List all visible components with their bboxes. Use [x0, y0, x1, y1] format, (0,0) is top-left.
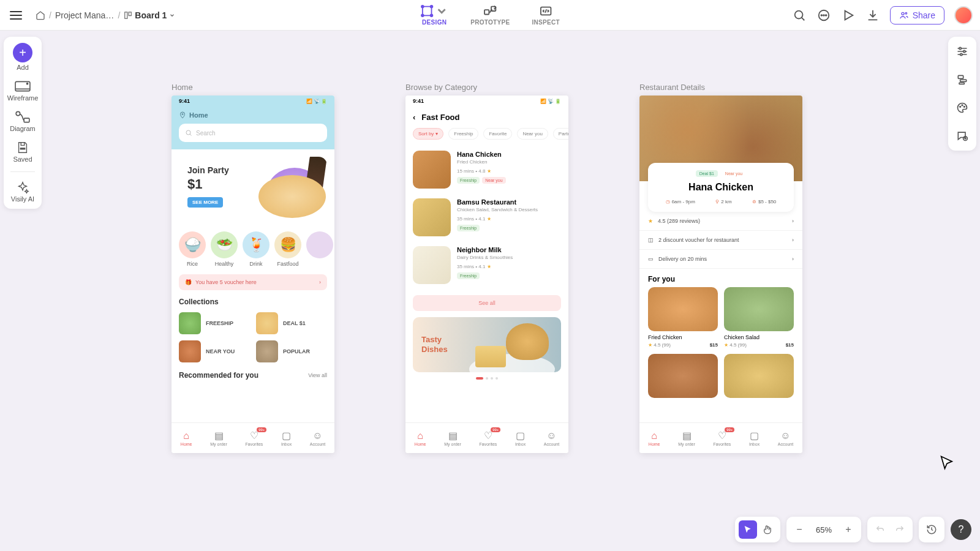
layers-button[interactable]	[955, 72, 970, 87]
pointer-icon	[743, 525, 753, 534]
category-fastfood: 🍔Fastfood	[274, 231, 301, 267]
status-bar: 9:41📶 📡 🔋	[172, 96, 334, 107]
comments-button[interactable]	[816, 8, 831, 23]
sort-label: Sort by	[418, 131, 434, 137]
home-header: Home Search	[172, 107, 334, 149]
promo-cta: SEE MORE	[187, 197, 223, 208]
restaurant-card: Deal $1Near you Hana Chicken ◷6am - 9pm …	[648, 163, 794, 212]
pin-icon	[179, 111, 186, 119]
svg-point-28	[960, 107, 961, 108]
zoom-in-button[interactable]: +	[839, 520, 858, 539]
coll-label: DEAL $1	[283, 320, 306, 326]
breadcrumb-project[interactable]: Project Mana…	[55, 10, 114, 20]
user-icon: ☺	[546, 430, 556, 441]
diagram-tool[interactable]: Diagram	[10, 110, 36, 132]
view-all-link: View all	[308, 372, 327, 378]
for-you-title: For you	[639, 269, 802, 287]
svg-rect-20	[24, 118, 29, 122]
pin-icon: ⚲	[715, 199, 719, 204]
nav-favorites: ♡99+Favorites	[246, 430, 263, 446]
wireframe-tool[interactable]: Wireframe	[7, 80, 39, 102]
zoom-value[interactable]: 65%	[810, 525, 838, 534]
dot	[496, 377, 498, 380]
rating: 4.5	[654, 342, 660, 348]
saved-tool[interactable]: Saved	[13, 141, 32, 163]
redo-button[interactable]	[891, 520, 909, 539]
restaurant-meta: 35 mins • 4.1	[457, 216, 485, 222]
nav-account: ☺Account	[778, 430, 793, 446]
restaurant-item: Hana ChickenFried Chicken15 mins • 4.8 ★…	[405, 146, 568, 193]
pagination-dots	[405, 377, 568, 380]
chevron-right-icon: ›	[792, 218, 794, 224]
rating: 4.5	[729, 342, 736, 348]
nav-label: Favorites	[246, 442, 263, 446]
tab-design[interactable]: DESIGN	[420, 4, 448, 26]
breadcrumb-board-dropdown[interactable]: Board 1	[124, 10, 175, 20]
frame-label: Restaurant Details	[639, 83, 802, 92]
tab-design-label: DESIGN	[422, 19, 447, 26]
frame-browse[interactable]: Browse by Category 9:41📶 📡 🔋 ‹Fast Food …	[405, 83, 568, 453]
promo-banner: TastyDishes	[413, 317, 561, 372]
dish-grid: Fried Chicken★ 4.5 (99)$15 Chicken Salad…	[639, 287, 802, 398]
add-tool[interactable]: +Add	[13, 43, 32, 71]
share-label: Share	[913, 10, 935, 20]
pointer-tool[interactable]	[739, 520, 757, 539]
dish-name: Chicken Salad	[724, 334, 794, 340]
undo-button[interactable]	[871, 520, 889, 539]
sliders-button[interactable]	[955, 44, 970, 59]
order-icon: ▤	[448, 430, 458, 441]
hours-text: 6am - 9pm	[672, 199, 695, 204]
frame-home[interactable]: Home 9:41📶 📡 🔋 Home Search Join Party $1…	[172, 83, 334, 453]
nav-label: Inbox	[749, 442, 760, 446]
download-button[interactable]	[865, 8, 880, 23]
svg-point-4	[431, 6, 433, 8]
diagram-icon	[15, 110, 31, 124]
svg-point-33	[186, 130, 190, 135]
promo-price: $1	[187, 176, 260, 192]
zoom-out-button[interactable]: −	[790, 520, 809, 539]
svg-point-6	[431, 15, 433, 17]
hand-tool[interactable]	[758, 520, 777, 539]
help-button[interactable]: ?	[951, 519, 971, 540]
category-drink: 🍹Drink	[243, 231, 270, 267]
svg-point-19	[16, 111, 20, 116]
count: (99)	[662, 342, 671, 348]
location-label: Home	[189, 111, 208, 119]
page-title: Fast Food	[421, 113, 459, 122]
tab-prototype[interactable]: PROTOTYPE	[470, 4, 510, 26]
search-button[interactable]	[792, 8, 807, 23]
nav-account: ☺Account	[544, 430, 559, 446]
hand-icon	[763, 525, 772, 534]
zoom-group: − 65% +	[786, 517, 861, 542]
chevron-down-icon: ▾	[435, 131, 438, 137]
chat-icon: ▢	[750, 430, 759, 441]
dish-img	[724, 354, 794, 398]
dish-card: Fried Chicken★ 4.5 (99)$15	[648, 287, 718, 348]
svg-point-3	[421, 6, 424, 8]
history-button[interactable]	[922, 520, 941, 539]
ai-tool[interactable]: Visily AI	[11, 181, 34, 203]
settings-comment-button[interactable]	[955, 129, 970, 143]
design-canvas[interactable]: Home 9:41📶 📡 🔋 Home Search Join Party $1…	[49, 37, 943, 514]
theme-button[interactable]	[955, 100, 970, 115]
breadcrumb-home[interactable]	[36, 10, 45, 20]
tab-prototype-label: PROTOTYPE	[470, 19, 510, 26]
nav-inbox: ▢Inbox	[749, 430, 760, 446]
share-button[interactable]: Share	[890, 6, 944, 24]
home-icon: ⌂	[417, 430, 423, 441]
cat-label: Rice	[187, 261, 198, 267]
pill-near: Near you	[722, 170, 746, 177]
see-all-button: See all	[413, 295, 561, 311]
frame-details[interactable]: Restaurant Details Deal $1Near you Hana …	[639, 83, 802, 453]
back-icon: ‹	[413, 113, 415, 122]
tab-inspect[interactable]: INSPECT	[532, 4, 559, 26]
star-icon: ★	[487, 264, 491, 269]
nav-label: Inbox	[281, 442, 292, 446]
user-avatar[interactable]	[954, 6, 973, 24]
svg-point-29	[962, 105, 963, 106]
saved-icon	[16, 141, 29, 154]
hamburger-menu-icon[interactable]	[7, 7, 24, 24]
chip-partner: Partn	[553, 128, 568, 140]
play-button[interactable]	[841, 8, 856, 23]
voucher-text: You have 5 voucher here	[195, 279, 257, 285]
